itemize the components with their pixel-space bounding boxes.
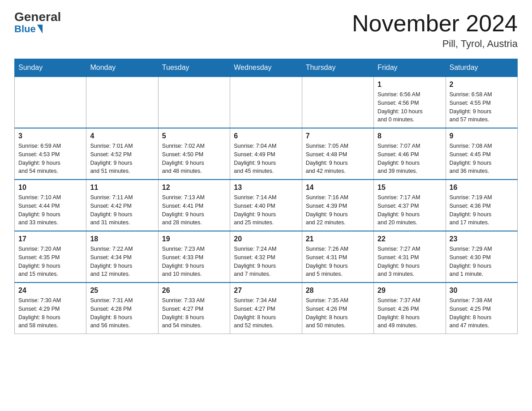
day-info: Sunrise: 7:13 AMSunset: 4:41 PMDaylight:… [162, 193, 226, 227]
day-info: Sunrise: 7:08 AMSunset: 4:45 PMDaylight:… [450, 142, 514, 176]
day-number: 12 [162, 184, 226, 192]
day-info: Sunrise: 7:17 AMSunset: 4:37 PMDaylight:… [378, 193, 442, 227]
day-number: 10 [18, 184, 82, 192]
day-number: 21 [306, 235, 370, 243]
calendar-cell: 25Sunrise: 7:31 AMSunset: 4:28 PMDayligh… [86, 283, 158, 334]
day-number: 1 [378, 81, 442, 89]
calendar-cell: 21Sunrise: 7:26 AMSunset: 4:31 PMDayligh… [302, 231, 373, 283]
day-number: 29 [378, 287, 442, 295]
day-number: 23 [450, 235, 514, 243]
calendar-cell: 9Sunrise: 7:08 AMSunset: 4:45 PMDaylight… [446, 128, 517, 180]
day-number: 6 [234, 132, 298, 140]
week-row-5: 24Sunrise: 7:30 AMSunset: 4:29 PMDayligh… [15, 283, 518, 334]
day-info: Sunrise: 7:20 AMSunset: 4:35 PMDaylight:… [18, 245, 82, 278]
calendar-cell [302, 77, 373, 128]
calendar-cell: 15Sunrise: 7:17 AMSunset: 4:37 PMDayligh… [374, 180, 446, 231]
day-number: 26 [162, 287, 226, 295]
calendar-cell: 22Sunrise: 7:27 AMSunset: 4:31 PMDayligh… [374, 231, 446, 283]
day-number: 14 [306, 184, 370, 192]
calendar-cell [86, 77, 158, 128]
day-number: 2 [450, 81, 514, 89]
day-number: 27 [234, 287, 298, 295]
day-number: 13 [234, 184, 298, 192]
title-area: November 2024 Pill, Tyrol, Austria [352, 11, 518, 50]
calendar-cell: 14Sunrise: 7:16 AMSunset: 4:39 PMDayligh… [302, 180, 373, 231]
calendar-cell: 8Sunrise: 7:07 AMSunset: 4:46 PMDaylight… [374, 128, 446, 180]
calendar-cell: 4Sunrise: 7:01 AMSunset: 4:52 PMDaylight… [86, 128, 158, 180]
calendar-cell [158, 77, 230, 128]
calendar-cell: 2Sunrise: 6:58 AMSunset: 4:55 PMDaylight… [446, 77, 517, 128]
day-number: 16 [450, 184, 514, 192]
calendar-cell: 16Sunrise: 7:19 AMSunset: 4:36 PMDayligh… [446, 180, 517, 231]
day-number: 5 [162, 132, 226, 140]
day-info: Sunrise: 7:10 AMSunset: 4:44 PMDaylight:… [18, 193, 82, 227]
day-number: 17 [18, 235, 82, 243]
calendar-subtitle: Pill, Tyrol, Austria [352, 38, 518, 50]
calendar-cell: 7Sunrise: 7:05 AMSunset: 4:48 PMDaylight… [302, 128, 373, 180]
calendar-title: November 2024 [352, 11, 518, 36]
day-number: 8 [378, 132, 442, 140]
day-number: 22 [378, 235, 442, 243]
calendar-cell: 29Sunrise: 7:37 AMSunset: 4:26 PMDayligh… [374, 283, 446, 334]
day-number: 19 [162, 235, 226, 243]
calendar-cell: 1Sunrise: 6:56 AMSunset: 4:56 PMDaylight… [374, 77, 446, 128]
day-info: Sunrise: 7:22 AMSunset: 4:34 PMDaylight:… [90, 245, 154, 278]
weekday-header-wednesday: Wednesday [230, 59, 302, 77]
page-header: General Blue November 2024 Pill, Tyrol, … [14, 11, 518, 50]
day-number: 15 [378, 184, 442, 192]
day-number: 20 [234, 235, 298, 243]
calendar-cell: 13Sunrise: 7:14 AMSunset: 4:40 PMDayligh… [230, 180, 302, 231]
day-number: 30 [450, 287, 514, 295]
day-info: Sunrise: 7:31 AMSunset: 4:28 PMDaylight:… [90, 296, 154, 330]
weekday-header-sunday: Sunday [15, 59, 86, 77]
week-row-1: 1Sunrise: 6:56 AMSunset: 4:56 PMDaylight… [15, 77, 518, 128]
logo-general-text: General [14, 11, 61, 23]
calendar-cell: 23Sunrise: 7:29 AMSunset: 4:30 PMDayligh… [446, 231, 517, 283]
week-row-4: 17Sunrise: 7:20 AMSunset: 4:35 PMDayligh… [15, 231, 518, 283]
calendar-cell: 28Sunrise: 7:35 AMSunset: 4:26 PMDayligh… [302, 283, 373, 334]
day-number: 4 [90, 132, 154, 140]
day-info: Sunrise: 7:29 AMSunset: 4:30 PMDaylight:… [450, 245, 514, 278]
day-info: Sunrise: 7:24 AMSunset: 4:32 PMDaylight:… [234, 245, 298, 278]
calendar-cell: 6Sunrise: 7:04 AMSunset: 4:49 PMDaylight… [230, 128, 302, 180]
weekday-header-tuesday: Tuesday [158, 59, 230, 77]
calendar-cell: 10Sunrise: 7:10 AMSunset: 4:44 PMDayligh… [15, 180, 86, 231]
day-info: Sunrise: 7:16 AMSunset: 4:39 PMDaylight:… [306, 193, 370, 227]
calendar-cell: 20Sunrise: 7:24 AMSunset: 4:32 PMDayligh… [230, 231, 302, 283]
day-info: Sunrise: 7:01 AMSunset: 4:52 PMDaylight:… [90, 142, 154, 176]
calendar-table: SundayMondayTuesdayWednesdayThursdayFrid… [14, 59, 518, 334]
weekday-header-saturday: Saturday [446, 59, 517, 77]
day-info: Sunrise: 7:26 AMSunset: 4:31 PMDaylight:… [306, 245, 370, 278]
day-info: Sunrise: 6:59 AMSunset: 4:53 PMDaylight:… [18, 142, 82, 176]
calendar-cell: 17Sunrise: 7:20 AMSunset: 4:35 PMDayligh… [15, 231, 86, 283]
day-info: Sunrise: 6:56 AMSunset: 4:56 PMDaylight:… [378, 90, 442, 124]
weekday-header-monday: Monday [86, 59, 158, 77]
calendar-cell: 24Sunrise: 7:30 AMSunset: 4:29 PMDayligh… [15, 283, 86, 334]
calendar-cell: 19Sunrise: 7:23 AMSunset: 4:33 PMDayligh… [158, 231, 230, 283]
day-info: Sunrise: 7:23 AMSunset: 4:33 PMDaylight:… [162, 245, 226, 278]
day-info: Sunrise: 7:38 AMSunset: 4:25 PMDaylight:… [450, 296, 514, 330]
day-number: 24 [18, 287, 82, 295]
day-info: Sunrise: 7:35 AMSunset: 4:26 PMDaylight:… [306, 296, 370, 330]
calendar-cell: 11Sunrise: 7:11 AMSunset: 4:42 PMDayligh… [86, 180, 158, 231]
weekday-header-friday: Friday [374, 59, 446, 77]
day-number: 3 [18, 132, 82, 140]
calendar-cell: 12Sunrise: 7:13 AMSunset: 4:41 PMDayligh… [158, 180, 230, 231]
week-row-2: 3Sunrise: 6:59 AMSunset: 4:53 PMDaylight… [15, 128, 518, 180]
week-row-3: 10Sunrise: 7:10 AMSunset: 4:44 PMDayligh… [15, 180, 518, 231]
calendar-cell [230, 77, 302, 128]
weekday-header-thursday: Thursday [302, 59, 373, 77]
calendar-cell: 3Sunrise: 6:59 AMSunset: 4:53 PMDaylight… [15, 128, 86, 180]
day-info: Sunrise: 7:11 AMSunset: 4:42 PMDaylight:… [90, 193, 154, 227]
calendar-cell: 18Sunrise: 7:22 AMSunset: 4:34 PMDayligh… [86, 231, 158, 283]
day-info: Sunrise: 7:05 AMSunset: 4:48 PMDaylight:… [306, 142, 370, 176]
day-number: 28 [306, 287, 370, 295]
day-number: 7 [306, 132, 370, 140]
day-info: Sunrise: 7:34 AMSunset: 4:27 PMDaylight:… [234, 296, 298, 330]
logo-blue-text: Blue [14, 23, 43, 35]
day-info: Sunrise: 7:27 AMSunset: 4:31 PMDaylight:… [378, 245, 442, 278]
calendar-cell: 26Sunrise: 7:33 AMSunset: 4:27 PMDayligh… [158, 283, 230, 334]
calendar-cell: 5Sunrise: 7:02 AMSunset: 4:50 PMDaylight… [158, 128, 230, 180]
day-info: Sunrise: 7:04 AMSunset: 4:49 PMDaylight:… [234, 142, 298, 176]
weekday-header-row: SundayMondayTuesdayWednesdayThursdayFrid… [15, 59, 518, 77]
